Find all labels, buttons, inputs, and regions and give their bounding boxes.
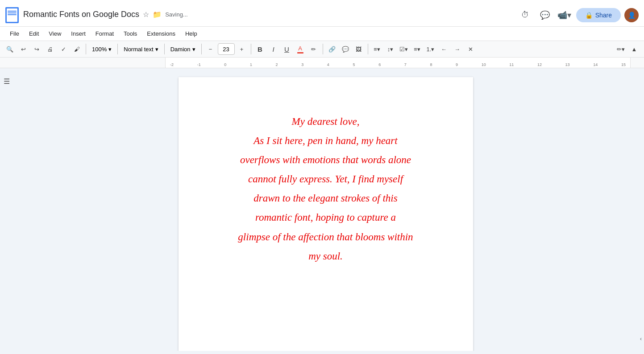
font-size-input[interactable] (218, 43, 235, 55)
doc-line-8: my soul. (205, 247, 446, 265)
share-button[interactable]: 🔒 Share (576, 8, 621, 22)
font-size-decrease[interactable]: − (204, 43, 217, 55)
collapse-arrow-icon: ‹ (640, 336, 642, 342)
menu-format[interactable]: Format (91, 28, 118, 40)
outdent-button[interactable]: ← (438, 43, 450, 55)
divider-1 (86, 44, 86, 54)
menu-edit[interactable]: Edit (25, 28, 43, 40)
underline-button[interactable]: U (281, 43, 293, 55)
user-avatar[interactable]: 👤 (624, 8, 639, 22)
right-collapse-handle[interactable]: ‹ (638, 68, 644, 351)
title-section: Romantic Fonts on Google Docs ☆ 📁 Saving… (23, 10, 517, 20)
divider-3 (164, 44, 165, 54)
print-button[interactable]: 🖨 (44, 43, 56, 55)
menu-bar: File Edit View Insert Format Tools Exten… (0, 27, 644, 41)
zoom-select[interactable]: 100% ▾ (89, 43, 115, 55)
folder-icon[interactable]: 📁 (153, 10, 162, 19)
doc-line-3: overflows with emotions that words alone (205, 151, 446, 169)
divider-2 (117, 44, 118, 54)
collapse-toolbar-button[interactable]: ▲ (628, 43, 640, 55)
ruler-inner: -2-1012 34567 89101112 131415 (165, 58, 631, 68)
menu-extensions[interactable]: Extensions (142, 28, 180, 40)
google-docs-icon (5, 7, 19, 23)
menu-help[interactable]: Help (181, 28, 202, 40)
doc-content[interactable]: My dearest love, As I sit here, pen in h… (205, 113, 446, 265)
doc-line-6: romantic font, hoping to capture a (205, 209, 446, 226)
toolbar: 🔍 ↩ ↪ 🖨 ✓ 🖌 100% ▾ Normal text ▾ Damion … (0, 41, 644, 58)
font-family-select[interactable]: Damion ▾ (167, 43, 199, 55)
text-color-button[interactable]: A (294, 43, 307, 55)
title-actions: ⏱ 💬 📹▾ 🔒 Share 👤 (517, 7, 639, 23)
chat-button[interactable]: 💬 (537, 7, 553, 23)
doc-line-4: cannot fully express. Yet, I find myself (205, 170, 446, 188)
bold-button[interactable]: B (254, 43, 266, 55)
doc-area[interactable]: My dearest love, As I sit here, pen in h… (13, 68, 638, 351)
zoom-value: 100% (92, 46, 107, 53)
comment-button[interactable]: 💬 (339, 43, 352, 55)
font-family-value: Damion (170, 46, 191, 53)
bullet-list-button[interactable]: ≡▾ (411, 43, 424, 55)
text-color-icon: A (297, 45, 303, 54)
divider-7 (368, 44, 368, 54)
menu-file[interactable]: File (5, 28, 24, 40)
menu-insert[interactable]: Insert (66, 28, 90, 40)
pen-select-button[interactable]: ✏▾ (615, 43, 627, 55)
ordered-list-button[interactable]: 1.▾ (424, 43, 437, 55)
font-size-increase[interactable]: + (236, 43, 248, 55)
checklist-button[interactable]: ☑▾ (398, 43, 410, 55)
font-chevron: ▾ (192, 46, 195, 53)
paint-format-button[interactable]: 🖌 (71, 43, 83, 55)
align-button[interactable]: ≡▾ (371, 43, 383, 55)
image-button[interactable]: 🖼 (353, 43, 365, 55)
doc-line-7: glimpse of the affection that blooms wit… (205, 228, 446, 246)
doc-line-1: My dearest love, (205, 113, 446, 130)
meet-button[interactable]: 📹▾ (557, 7, 573, 23)
doc-line-2: As I sit here, pen in hand, my heart (205, 132, 446, 149)
divider-4 (201, 44, 202, 54)
redo-button[interactable]: ↪ (30, 43, 43, 55)
title-bar: Romantic Fonts on Google Docs ☆ 📁 Saving… (0, 0, 644, 27)
ruler-marks: -2-1012 34567 89101112 131415 (166, 62, 630, 68)
left-sidebar: ☰ (0, 68, 13, 351)
highlight-button[interactable]: ✏ (307, 43, 320, 55)
zoom-chevron: ▾ (108, 46, 112, 53)
doc-line-5: drawn to the elegant strokes of this (205, 189, 446, 207)
doc-title-row: Romantic Fonts on Google Docs ☆ 📁 Saving… (23, 10, 517, 19)
history-button[interactable]: ⏱ (517, 7, 533, 23)
share-label: Share (595, 12, 612, 19)
ruler: -2-1012 34567 89101112 131415 (0, 58, 644, 68)
doc-page: My dearest love, As I sit here, pen in h… (179, 77, 473, 351)
italic-button[interactable]: I (267, 43, 280, 55)
spellcheck-button[interactable]: ✓ (57, 43, 70, 55)
paragraph-style-value: Normal text (124, 46, 153, 53)
saving-status: Saving... (165, 11, 188, 18)
indent-button[interactable]: → (451, 43, 464, 55)
star-icon[interactable]: ☆ (143, 10, 149, 19)
paragraph-chevron: ▾ (155, 46, 158, 53)
divider-6 (323, 44, 323, 54)
link-button[interactable]: 🔗 (326, 43, 338, 55)
line-spacing-button[interactable]: ↕▾ (384, 43, 397, 55)
paragraph-style-select[interactable]: Normal text ▾ (120, 43, 161, 55)
clear-format-button[interactable]: ✕ (465, 43, 477, 55)
lock-icon: 🔒 (585, 12, 593, 19)
main-area: ☰ My dearest love, As I sit here, pen in… (0, 68, 644, 351)
doc-title-text: Romantic Fonts on Google Docs (23, 10, 139, 19)
search-button[interactable]: 🔍 (4, 43, 16, 55)
menu-view[interactable]: View (44, 28, 66, 40)
outline-toggle-icon[interactable]: ☰ (4, 77, 10, 86)
divider-5 (251, 44, 251, 54)
menu-tools[interactable]: Tools (119, 28, 141, 40)
undo-button[interactable]: ↩ (17, 43, 29, 55)
